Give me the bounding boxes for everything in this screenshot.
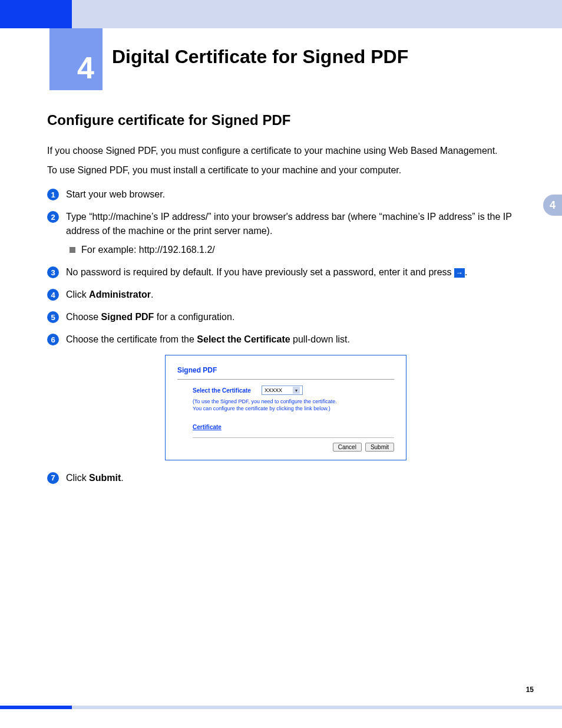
page-number: 15 (526, 686, 534, 694)
step-4-bold: Administrator (89, 289, 151, 299)
step-number-badge: 6 (47, 334, 59, 345)
ss-note-line-2: You can configure the certificate by cli… (193, 406, 330, 411)
step-number-badge: 1 (47, 189, 59, 200)
embedded-screenshot: Signed PDF Select the Certificate XXXXX … (165, 355, 406, 460)
step-5-bold: Signed PDF (101, 312, 154, 322)
step-7-bold: Submit (89, 473, 121, 483)
ss-button-row: Cancel Submit (177, 443, 394, 452)
header-blue-block (0, 0, 72, 28)
ss-title: Signed PDF (177, 366, 394, 374)
footer-light-bar (0, 706, 562, 709)
step-5-text-a: Choose (66, 312, 101, 322)
step-4: 4 Click Administrator. (47, 288, 530, 302)
ss-select-value: XXXXX (265, 387, 282, 393)
step-6: 6 Choose the certificate from the Select… (47, 332, 530, 347)
step-number-badge: 3 (47, 266, 59, 278)
step-6-body: Choose the certificate from the Select t… (66, 332, 530, 347)
ss-note: (To use the Signed PDF, you need to conf… (193, 398, 394, 412)
step-2-body: Type “http://machine’s IP address/” into… (66, 210, 530, 257)
step-number-badge: 5 (47, 311, 59, 323)
intro-paragraph-2: To use Signed PDF, you must install a ce… (47, 163, 530, 177)
step-3: 3 No password is required by default. If… (47, 265, 530, 279)
footer-blue-block (0, 706, 72, 709)
step-4-text-c: . (151, 289, 153, 299)
step-number-badge: 2 (47, 211, 59, 223)
step-6-bold: Select the Certificate (197, 334, 290, 344)
step-2-text: Type “http://machine’s IP address/” into… (66, 212, 512, 236)
step-7-body: Click Submit. (66, 471, 530, 485)
chapter-number: 4 (77, 50, 94, 85)
chevron-down-icon: ▾ (293, 387, 300, 394)
ss-certificate-link[interactable]: Certificate (193, 424, 222, 430)
square-bullet-icon (70, 247, 75, 253)
ss-select-label: Select the Certificate (193, 387, 251, 394)
step-1: 1 Start your web browser. (47, 187, 530, 202)
step-7-text-c: . (121, 473, 123, 483)
header-light-bar (0, 0, 562, 28)
ss-note-line-1: (To use the Signed PDF, you need to conf… (193, 398, 337, 404)
step-6-text-a: Choose the certificate from the (66, 334, 197, 344)
step-3-text-a: No password is required by default. If y… (66, 267, 454, 277)
section-title: Configure certificate for Signed PDF (47, 112, 530, 129)
step-number-badge: 4 (47, 289, 59, 301)
ss-cancel-button[interactable]: Cancel (333, 443, 362, 452)
step-7-text-a: Click (66, 473, 89, 483)
step-6-text-c: pull-down list. (290, 334, 350, 344)
step-4-body: Click Administrator. (66, 288, 530, 302)
side-tab-number: 4 (550, 199, 556, 212)
step-2-sub-bullet: For example: http://192.168.1.2/ (70, 243, 530, 257)
step-3-text-b: . (465, 267, 467, 277)
chapter-title: Digital Certificate for Signed PDF (112, 46, 408, 68)
ss-divider-2 (193, 437, 394, 438)
content-area: Configure certificate for Signed PDF If … (47, 112, 530, 493)
chapter-number-block: 4 (49, 28, 103, 90)
step-3-body: No password is required by default. If y… (66, 265, 530, 279)
step-number-badge: 7 (47, 472, 59, 484)
ss-divider-1 (177, 379, 394, 380)
arrow-right-icon: → (454, 268, 465, 278)
ss-select-row: Select the Certificate XXXXX ▾ (193, 386, 394, 395)
ss-certificate-dropdown[interactable]: XXXXX ▾ (262, 386, 303, 395)
side-chapter-tab: 4 (543, 195, 562, 216)
step-5-text-c: for a configuration. (154, 312, 234, 322)
step-5-body: Choose Signed PDF for a configuration. (66, 310, 530, 324)
step-5: 5 Choose Signed PDF for a configuration. (47, 310, 530, 324)
step-2-sub-text: For example: http://192.168.1.2/ (81, 243, 215, 257)
steps-list: 1 Start your web browser. 2 Type “http:/… (47, 187, 530, 485)
step-2: 2 Type “http://machine’s IP address/” in… (47, 210, 530, 257)
step-7: 7 Click Submit. (47, 471, 530, 485)
intro-paragraph-1: If you choose Signed PDF, you must confi… (47, 144, 530, 157)
step-4-text-a: Click (66, 289, 89, 299)
ss-submit-button[interactable]: Submit (365, 443, 394, 452)
step-1-text: Start your web browser. (66, 187, 530, 202)
